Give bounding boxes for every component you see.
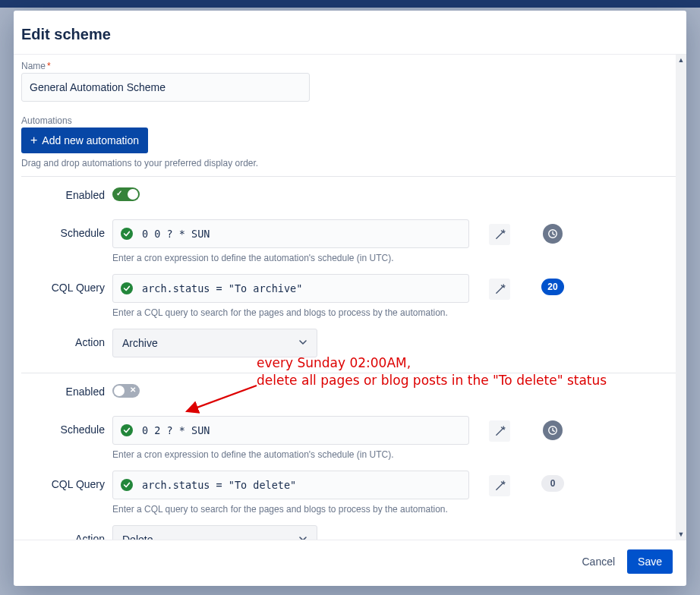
schedule-input[interactable]	[140, 423, 468, 437]
scrollbar[interactable]: ▲ ▼	[676, 55, 686, 540]
modal-title: Edit scheme	[21, 26, 668, 43]
cql-input-wrapper	[112, 471, 469, 499]
cql-label: CQL Query	[21, 471, 105, 490]
schedule-input-wrapper	[112, 219, 469, 248]
schedule-hint: Enter a cron expression to define the au…	[112, 253, 469, 263]
schedule-input[interactable]	[140, 227, 468, 241]
action-label: Action	[21, 329, 105, 348]
required-star: *	[47, 61, 51, 71]
valid-icon	[121, 479, 133, 491]
clock-icon	[543, 224, 563, 244]
clock-icon	[543, 420, 563, 440]
name-label: Name*	[21, 61, 679, 71]
valid-icon	[121, 228, 133, 240]
schedule-hint: Enter a cron expression to define the au…	[112, 449, 469, 460]
chevron-down-icon	[298, 337, 307, 349]
scroll-up-icon[interactable]: ▲	[676, 55, 686, 65]
modal-footer: Cancel Save	[14, 540, 686, 586]
wand-button[interactable]	[489, 224, 510, 245]
action-value: Delete	[122, 534, 153, 540]
wand-button[interactable]	[489, 279, 510, 300]
action-label: Action	[21, 525, 105, 540]
enabled-label: Enabled	[21, 186, 105, 201]
cql-input-wrapper	[112, 274, 469, 303]
drag-hint: Drag and drop automations to your prefer…	[21, 158, 679, 168]
edit-scheme-modal: Edit scheme Name* Automations + Add new …	[14, 11, 686, 586]
enabled-toggle[interactable]: ✓	[112, 187, 140, 201]
cql-input[interactable]	[140, 282, 468, 295]
add-automation-label: Add new automation	[42, 134, 139, 146]
schedule-label: Schedule	[21, 416, 105, 436]
scroll-down-icon[interactable]: ▼	[676, 529, 686, 540]
result-count-badge: 20	[541, 279, 564, 295]
cql-hint: Enter a CQL query to search for the page…	[112, 504, 469, 515]
result-count-badge: 0	[541, 475, 564, 492]
valid-icon	[121, 424, 133, 436]
action-value: Archive	[122, 337, 158, 349]
cql-input[interactable]	[140, 478, 468, 492]
wand-button[interactable]	[489, 420, 510, 442]
chevron-down-icon	[298, 534, 307, 540]
enabled-toggle[interactable]: ✕	[112, 384, 140, 398]
modal-body[interactable]: Name* Automations + Add new automation D…	[14, 54, 686, 540]
schedule-input-wrapper	[112, 416, 469, 445]
enabled-label: Enabled	[21, 382, 105, 398]
scheme-name-input[interactable]	[21, 73, 310, 102]
action-select[interactable]: Delete	[112, 525, 317, 540]
cql-label: CQL Query	[21, 274, 105, 294]
schedule-label: Schedule	[21, 219, 105, 239]
automations-label: Automations	[21, 115, 679, 126]
add-automation-button[interactable]: + Add new automation	[21, 128, 148, 153]
action-select[interactable]: Archive	[112, 329, 317, 357]
cancel-button[interactable]: Cancel	[574, 549, 623, 574]
valid-icon	[121, 282, 133, 294]
plus-icon: +	[30, 134, 37, 146]
save-button[interactable]: Save	[627, 549, 673, 574]
wand-button[interactable]	[489, 475, 510, 496]
cql-hint: Enter a CQL query to search for the page…	[112, 307, 469, 318]
modal-header: Edit scheme	[14, 11, 686, 54]
